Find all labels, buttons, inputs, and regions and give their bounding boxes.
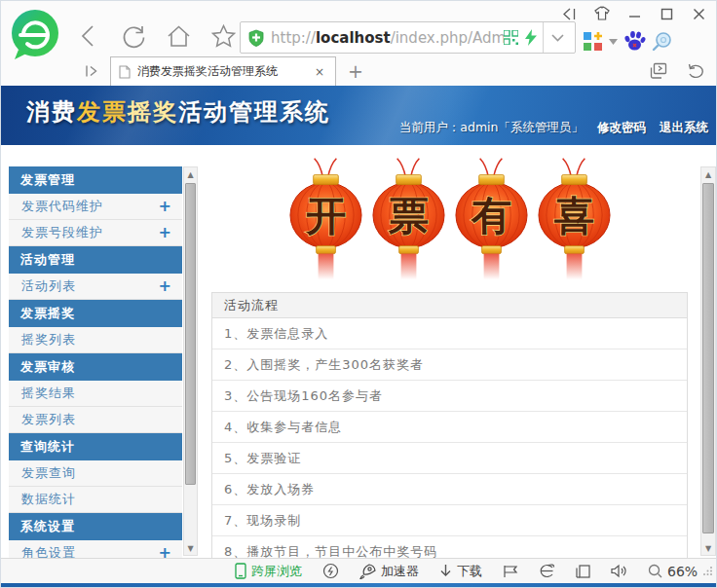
sidebar-item-invoice-query[interactable]: 发票查询 [9, 460, 182, 487]
page-scrollbar[interactable]: ▲ ▼ [700, 166, 716, 556]
scrollbar-thumb[interactable] [702, 183, 714, 533]
url-dropdown-chevron-icon[interactable] [544, 34, 571, 42]
extensions-dropdown-icon[interactable] [609, 39, 618, 45]
duplicate-tab-icon[interactable] [648, 60, 669, 82]
accelerator-button[interactable]: 加速器 [359, 563, 419, 580]
logout-link[interactable]: 退出系统 [660, 120, 708, 136]
tab-list-expand-icon[interactable] [81, 60, 102, 82]
tab-active[interactable]: 消费发票摇奖活动管理系统 × [110, 56, 336, 86]
home-icon[interactable] [165, 22, 192, 50]
minimize-button[interactable] [624, 5, 644, 22]
browser-window: http://localhost/index.php/Admir [0, 0, 717, 588]
sidebar-item-data-stats[interactable]: 数据统计 [9, 487, 182, 513]
sidebar-item-lottery-list[interactable]: 摇奖列表 [9, 327, 182, 353]
sidebar-item-invoice-list[interactable]: 发票列表 [9, 407, 182, 433]
sidebar-label: 查询统计 [20, 438, 75, 456]
browser-logo-icon[interactable] [7, 7, 63, 63]
report-flag-button[interactable] [503, 565, 518, 578]
lantern-char: 票 [388, 192, 429, 239]
speedometer-icon [322, 563, 339, 579]
cross-screen-browse-button[interactable]: 跨屏浏览 [235, 563, 302, 580]
sidebar-header-system-settings[interactable]: 系统设置 [9, 513, 182, 540]
zoom-control[interactable]: 66% [648, 564, 698, 579]
sidebar-scrollbar[interactable]: ▲ ▼ [183, 166, 198, 556]
expand-plus-icon[interactable]: + [159, 199, 172, 214]
refresh-icon[interactable] [120, 22, 147, 50]
change-password-link[interactable]: 修改密码 [597, 120, 646, 136]
site-title-part4: 活动管理系统 [178, 98, 330, 126]
page-doc-icon [119, 65, 131, 79]
reopen-closed-tab-icon[interactable] [685, 60, 706, 82]
security-shield-icon[interactable] [248, 29, 264, 47]
sidebar-header-invoice-mgmt[interactable]: 发票管理 [9, 166, 182, 194]
flag-icon [503, 565, 518, 578]
close-button[interactable] [689, 5, 708, 22]
phone-icon [235, 563, 246, 579]
flow-step: 7、现场录制 [212, 505, 687, 536]
sidebar-header-invoice-audit[interactable]: 发票审核 [9, 353, 182, 381]
lantern-char: 有 [471, 192, 511, 239]
sidebar-item-role-settings[interactable]: 角色设置+ [9, 540, 182, 558]
sidebar-label: 发票查询 [21, 464, 76, 482]
ie-compat-button[interactable] [539, 564, 555, 578]
lantern-char: 喜 [554, 192, 594, 239]
scroll-down-arrow[interactable]: ▼ [184, 541, 197, 555]
scrollbar-thumb[interactable] [185, 183, 196, 485]
sidebar-item-activity-list[interactable]: 活动列表+ [9, 274, 182, 300]
paw-icon[interactable] [623, 30, 646, 53]
site-title-part3: 摇奖 [128, 98, 178, 126]
site-title: 消费发票摇奖活动管理系统 [26, 96, 330, 128]
speed-test-button[interactable] [322, 563, 339, 579]
window-mode-button[interactable] [576, 565, 590, 578]
expand-plus-icon[interactable]: + [159, 225, 172, 240]
scroll-up-arrow[interactable]: ▲ [701, 167, 715, 181]
speed-lightning-icon[interactable] [525, 29, 537, 46]
sidebar-label: 摇奖结果 [21, 385, 76, 402]
sidebar-label: 摇奖列表 [21, 331, 76, 349]
sidebar-item-lottery-result[interactable]: 摇奖结果 [9, 381, 182, 407]
site-title-part1: 消费 [26, 98, 77, 126]
url-path: /index.php/Admir [391, 29, 504, 47]
maximize-button[interactable] [657, 5, 676, 22]
sidebar-header-invoice-lottery[interactable]: 发票摇奖 [9, 300, 182, 327]
sidebar-label: 系统设置 [20, 518, 75, 535]
tabbar-right-icons [648, 60, 706, 82]
url-text[interactable]: http://localhost/index.php/Admir [271, 29, 504, 47]
back-icon[interactable] [75, 22, 102, 50]
sidebar-label: 发票摇奖 [20, 305, 75, 322]
flow-step: 3、公告现场160名参与者 [212, 381, 687, 412]
sidebar-item-invoice-code[interactable]: 发票代码维护+ [9, 194, 182, 220]
sound-button[interactable] [611, 564, 627, 578]
url-host: localhost [316, 29, 391, 47]
extensions-grid-icon[interactable] [583, 31, 603, 52]
lantern-2: 票 [370, 157, 447, 280]
nav-buttons [75, 22, 237, 50]
sidebar-item-invoice-range[interactable]: 发票号段维护+ [9, 220, 182, 246]
expand-plus-icon[interactable]: + [159, 278, 172, 294]
download-button[interactable]: 下载 [439, 563, 482, 580]
ie-e-icon [539, 564, 555, 578]
sidebar-header-query-stats[interactable]: 查询统计 [9, 433, 182, 460]
url-scheme: http:// [271, 29, 316, 47]
zoom-level-value: 66% [667, 564, 698, 579]
expand-plus-icon[interactable]: + [159, 545, 172, 558]
sidebar-label: 发票号段维护 [21, 224, 103, 241]
dock-left-icon[interactable] [560, 5, 580, 22]
address-bar[interactable]: http://localhost/index.php/Admir [240, 21, 576, 54]
sidebar-header-activity-mgmt[interactable]: 活动管理 [9, 246, 182, 274]
scroll-down-arrow[interactable]: ▼ [701, 541, 715, 555]
status-bar: 跨屏浏览 加速器 下载 [1, 558, 717, 583]
window-bottom-edge [1, 583, 717, 588]
lantern-4: 喜 [536, 157, 613, 280]
screenshot-magnifier-icon[interactable] [652, 31, 673, 53]
page-content: 发票管理 发票代码维护+ 发票号段维护+ 活动管理 活动列表+ 发票摇奖 摇奖列… [1, 145, 717, 558]
sidebar-label: 发票代码维护 [21, 198, 103, 215]
qr-code-icon[interactable] [504, 30, 518, 45]
resize-grip[interactable] [703, 566, 713, 575]
favorites-star-icon[interactable] [209, 22, 237, 50]
flow-step: 4、收集参与者信息 [212, 412, 687, 443]
theme-shirt-icon[interactable] [592, 5, 612, 22]
tab-close-icon[interactable]: × [312, 64, 327, 80]
new-tab-button[interactable]: + [344, 60, 367, 82]
scroll-up-arrow[interactable]: ▲ [184, 167, 197, 181]
